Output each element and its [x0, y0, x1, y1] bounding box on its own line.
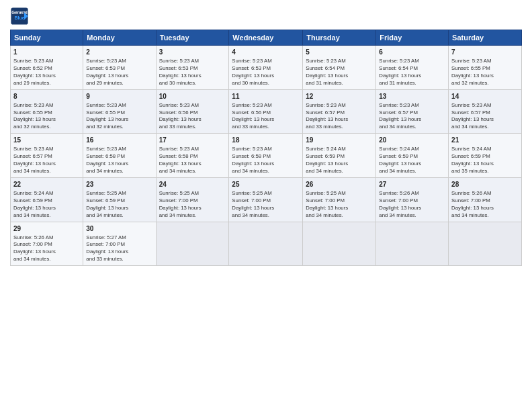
week-row-3: 15Sunrise: 5:23 AM Sunset: 6:57 PM Dayli…	[11, 134, 522, 178]
calendar-table: SundayMondayTuesdayWednesdayThursdayFrid…	[10, 30, 522, 266]
calendar-cell: 5Sunrise: 5:23 AM Sunset: 6:54 PM Daylig…	[303, 46, 376, 90]
day-info: Sunrise: 5:23 AM Sunset: 6:53 PM Dayligh…	[86, 58, 152, 87]
day-number: 9	[86, 92, 152, 101]
calendar-cell	[376, 222, 449, 266]
week-row-5: 29Sunrise: 5:26 AM Sunset: 7:00 PM Dayli…	[11, 222, 522, 266]
calendar-cell	[449, 222, 522, 266]
week-row-4: 22Sunrise: 5:24 AM Sunset: 6:59 PM Dayli…	[11, 177, 522, 222]
calendar-cell: 10Sunrise: 5:23 AM Sunset: 6:56 PM Dayli…	[156, 89, 229, 134]
calendar-cell	[303, 222, 376, 266]
calendar-cell: 12Sunrise: 5:23 AM Sunset: 6:57 PM Dayli…	[303, 89, 376, 134]
col-header-friday: Friday	[376, 30, 449, 46]
calendar-cell: 19Sunrise: 5:24 AM Sunset: 6:59 PM Dayli…	[303, 134, 376, 178]
day-info: Sunrise: 5:25 AM Sunset: 7:00 PM Dayligh…	[306, 190, 373, 220]
day-number: 26	[306, 180, 373, 189]
header: General Blue	[10, 7, 522, 26]
day-number: 4	[232, 48, 300, 57]
day-info: Sunrise: 5:23 AM Sunset: 6:54 PM Dayligh…	[379, 58, 445, 87]
calendar-cell: 24Sunrise: 5:25 AM Sunset: 7:00 PM Dayli…	[156, 177, 229, 222]
col-header-saturday: Saturday	[449, 30, 522, 46]
svg-text:Blue: Blue	[14, 15, 24, 20]
calendar-body: 1Sunrise: 5:23 AM Sunset: 6:52 PM Daylig…	[11, 46, 522, 266]
col-header-tuesday: Tuesday	[156, 30, 229, 46]
calendar-cell: 30Sunrise: 5:27 AM Sunset: 7:00 PM Dayli…	[83, 222, 156, 266]
day-info: Sunrise: 5:23 AM Sunset: 6:52 PM Dayligh…	[13, 58, 80, 87]
day-number: 29	[13, 224, 80, 234]
day-number: 19	[306, 136, 373, 145]
calendar-cell: 11Sunrise: 5:23 AM Sunset: 6:56 PM Dayli…	[229, 89, 303, 134]
day-info: Sunrise: 5:24 AM Sunset: 6:59 PM Dayligh…	[451, 146, 519, 175]
day-info: Sunrise: 5:24 AM Sunset: 6:59 PM Dayligh…	[306, 146, 373, 175]
column-headers: SundayMondayTuesdayWednesdayThursdayFrid…	[11, 30, 522, 46]
day-info: Sunrise: 5:23 AM Sunset: 6:56 PM Dayligh…	[232, 102, 300, 132]
calendar-cell	[229, 222, 303, 266]
day-number: 24	[159, 180, 226, 189]
calendar-cell: 6Sunrise: 5:23 AM Sunset: 6:54 PM Daylig…	[376, 46, 449, 90]
calendar-cell: 27Sunrise: 5:26 AM Sunset: 7:00 PM Dayli…	[376, 177, 449, 222]
day-info: Sunrise: 5:23 AM Sunset: 6:55 PM Dayligh…	[86, 102, 152, 132]
logo: General Blue	[10, 7, 29, 26]
day-number: 30	[86, 224, 152, 234]
calendar-cell: 3Sunrise: 5:23 AM Sunset: 6:53 PM Daylig…	[156, 46, 229, 90]
week-row-2: 8Sunrise: 5:23 AM Sunset: 6:55 PM Daylig…	[11, 89, 522, 134]
calendar-cell: 13Sunrise: 5:23 AM Sunset: 6:57 PM Dayli…	[376, 89, 449, 134]
day-number: 22	[13, 180, 80, 189]
day-number: 3	[159, 48, 226, 57]
day-number: 27	[379, 180, 445, 189]
col-header-wednesday: Wednesday	[229, 30, 303, 46]
calendar-cell: 26Sunrise: 5:25 AM Sunset: 7:00 PM Dayli…	[303, 177, 376, 222]
day-info: Sunrise: 5:26 AM Sunset: 7:00 PM Dayligh…	[13, 234, 80, 264]
day-number: 21	[451, 136, 519, 145]
day-info: Sunrise: 5:25 AM Sunset: 6:59 PM Dayligh…	[86, 190, 152, 220]
day-info: Sunrise: 5:23 AM Sunset: 6:56 PM Dayligh…	[159, 102, 226, 132]
day-number: 11	[232, 92, 300, 101]
day-number: 8	[13, 92, 80, 101]
day-info: Sunrise: 5:24 AM Sunset: 6:59 PM Dayligh…	[13, 190, 80, 220]
day-number: 14	[451, 92, 519, 101]
calendar-cell: 7Sunrise: 5:23 AM Sunset: 6:55 PM Daylig…	[449, 46, 522, 90]
day-number: 2	[86, 48, 152, 57]
day-number: 16	[86, 136, 152, 145]
calendar-cell: 20Sunrise: 5:24 AM Sunset: 6:59 PM Dayli…	[376, 134, 449, 178]
day-info: Sunrise: 5:25 AM Sunset: 7:00 PM Dayligh…	[232, 190, 300, 220]
day-info: Sunrise: 5:23 AM Sunset: 6:58 PM Dayligh…	[159, 146, 226, 175]
day-info: Sunrise: 5:23 AM Sunset: 6:57 PM Dayligh…	[306, 102, 373, 132]
day-info: Sunrise: 5:26 AM Sunset: 7:00 PM Dayligh…	[379, 190, 445, 220]
page: General Blue SundayMondayTuesdayWednesda…	[0, 0, 532, 411]
day-info: Sunrise: 5:23 AM Sunset: 6:54 PM Dayligh…	[306, 58, 373, 87]
calendar-cell: 29Sunrise: 5:26 AM Sunset: 7:00 PM Dayli…	[11, 222, 83, 266]
calendar-cell: 8Sunrise: 5:23 AM Sunset: 6:55 PM Daylig…	[11, 89, 83, 134]
calendar-cell: 14Sunrise: 5:23 AM Sunset: 6:57 PM Dayli…	[449, 89, 522, 134]
col-header-thursday: Thursday	[303, 30, 376, 46]
day-info: Sunrise: 5:23 AM Sunset: 6:55 PM Dayligh…	[451, 58, 519, 87]
calendar-cell: 25Sunrise: 5:25 AM Sunset: 7:00 PM Dayli…	[229, 177, 303, 222]
day-number: 25	[232, 180, 300, 189]
day-number: 7	[451, 48, 519, 57]
day-info: Sunrise: 5:23 AM Sunset: 6:57 PM Dayligh…	[13, 146, 80, 175]
logo-icon: General Blue	[10, 7, 29, 26]
day-number: 15	[13, 136, 80, 145]
calendar-cell: 23Sunrise: 5:25 AM Sunset: 6:59 PM Dayli…	[83, 177, 156, 222]
day-info: Sunrise: 5:26 AM Sunset: 7:00 PM Dayligh…	[451, 190, 519, 220]
calendar-cell: 22Sunrise: 5:24 AM Sunset: 6:59 PM Dayli…	[11, 177, 83, 222]
calendar-cell: 18Sunrise: 5:23 AM Sunset: 6:58 PM Dayli…	[229, 134, 303, 178]
calendar-cell: 1Sunrise: 5:23 AM Sunset: 6:52 PM Daylig…	[11, 46, 83, 90]
day-number: 1	[13, 48, 80, 57]
day-info: Sunrise: 5:24 AM Sunset: 6:59 PM Dayligh…	[379, 146, 445, 175]
calendar-cell	[156, 222, 229, 266]
col-header-monday: Monday	[83, 30, 156, 46]
day-number: 18	[232, 136, 300, 145]
day-number: 20	[379, 136, 445, 145]
calendar-cell: 17Sunrise: 5:23 AM Sunset: 6:58 PM Dayli…	[156, 134, 229, 178]
day-info: Sunrise: 5:23 AM Sunset: 6:58 PM Dayligh…	[232, 146, 300, 175]
col-header-sunday: Sunday	[11, 30, 83, 46]
day-number: 5	[306, 48, 373, 57]
calendar-cell: 28Sunrise: 5:26 AM Sunset: 7:00 PM Dayli…	[449, 177, 522, 222]
day-info: Sunrise: 5:23 AM Sunset: 6:55 PM Dayligh…	[13, 102, 80, 132]
calendar-cell: 16Sunrise: 5:23 AM Sunset: 6:58 PM Dayli…	[83, 134, 156, 178]
day-info: Sunrise: 5:27 AM Sunset: 7:00 PM Dayligh…	[86, 234, 152, 264]
day-number: 28	[451, 180, 519, 189]
day-info: Sunrise: 5:23 AM Sunset: 6:58 PM Dayligh…	[86, 146, 152, 175]
day-number: 23	[86, 180, 152, 189]
calendar-cell: 9Sunrise: 5:23 AM Sunset: 6:55 PM Daylig…	[83, 89, 156, 134]
